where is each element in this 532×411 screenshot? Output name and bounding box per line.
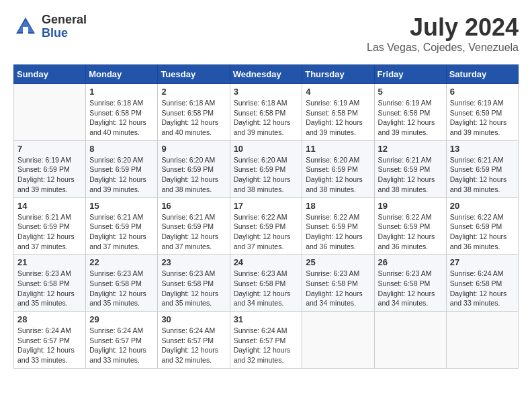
day-number: 14	[17, 201, 82, 211]
day-number: 19	[378, 201, 443, 211]
cell-text: Sunrise: 6:19 AMSunset: 6:59 PMDaylight:…	[17, 155, 82, 195]
calendar-table: SundayMondayTuesdayWednesdayThursdayFrid…	[13, 64, 519, 369]
calendar-cell: 16Sunrise: 6:21 AMSunset: 6:59 PMDayligh…	[158, 197, 230, 255]
page-header: General Blue July 2024 Las Vegas, Cojede…	[13, 13, 519, 54]
cell-text: Sunrise: 6:21 AMSunset: 6:59 PMDaylight:…	[17, 212, 82, 252]
svg-rect-2	[23, 27, 28, 34]
day-number: 21	[17, 257, 82, 267]
day-number: 26	[378, 257, 443, 267]
day-number: 3	[234, 87, 299, 97]
cell-text: Sunrise: 6:23 AMSunset: 6:58 PMDaylight:…	[89, 269, 154, 308]
calendar-cell: 27Sunrise: 6:24 AMSunset: 6:58 PMDayligh…	[446, 255, 518, 312]
day-number: 7	[17, 144, 82, 154]
calendar-week-row: 21Sunrise: 6:23 AMSunset: 6:58 PMDayligh…	[14, 255, 519, 312]
calendar-cell: 31Sunrise: 6:24 AMSunset: 6:57 PMDayligh…	[230, 312, 302, 369]
cell-text: Sunrise: 6:23 AMSunset: 6:58 PMDaylight:…	[378, 269, 443, 308]
cell-text: Sunrise: 6:21 AMSunset: 6:59 PMDaylight:…	[161, 212, 226, 252]
calendar-cell: 21Sunrise: 6:23 AMSunset: 6:58 PMDayligh…	[14, 255, 86, 312]
day-number: 1	[89, 87, 154, 97]
cell-text: Sunrise: 6:24 AMSunset: 6:57 PMDaylight:…	[161, 326, 226, 365]
cell-text: Sunrise: 6:19 AMSunset: 6:59 PMDaylight:…	[450, 98, 515, 138]
calendar-cell: 15Sunrise: 6:21 AMSunset: 6:59 PMDayligh…	[86, 197, 158, 255]
calendar-cell: 30Sunrise: 6:24 AMSunset: 6:57 PMDayligh…	[158, 312, 230, 369]
logo: General Blue	[13, 13, 87, 40]
cell-text: Sunrise: 6:24 AMSunset: 6:58 PMDaylight:…	[450, 269, 515, 308]
calendar-week-row: 1Sunrise: 6:18 AMSunset: 6:58 PMDaylight…	[14, 84, 519, 141]
day-number: 10	[234, 144, 299, 154]
cell-text: Sunrise: 6:20 AMSunset: 6:59 PMDaylight:…	[234, 155, 299, 195]
weekday-header-sunday: Sunday	[14, 65, 86, 84]
calendar-cell: 19Sunrise: 6:22 AMSunset: 6:59 PMDayligh…	[374, 197, 446, 255]
weekday-header-wednesday: Wednesday	[230, 65, 302, 84]
calendar-cell: 1Sunrise: 6:18 AMSunset: 6:58 PMDaylight…	[86, 84, 158, 141]
cell-text: Sunrise: 6:21 AMSunset: 6:59 PMDaylight:…	[378, 155, 443, 195]
cell-text: Sunrise: 6:24 AMSunset: 6:57 PMDaylight:…	[89, 326, 154, 365]
location-subtitle: Las Vegas, Cojedes, Venezuela	[367, 42, 519, 54]
cell-text: Sunrise: 6:18 AMSunset: 6:58 PMDaylight:…	[161, 98, 226, 138]
month-year-title: July 2024	[367, 13, 519, 42]
logo-text: General Blue	[42, 13, 87, 40]
calendar-cell: 9Sunrise: 6:20 AMSunset: 6:59 PMDaylight…	[158, 140, 230, 197]
logo-blue-text: Blue	[42, 27, 87, 40]
day-number: 16	[161, 201, 226, 211]
day-number: 12	[378, 144, 443, 154]
cell-text: Sunrise: 6:19 AMSunset: 6:58 PMDaylight:…	[378, 98, 443, 138]
calendar-cell: 8Sunrise: 6:20 AMSunset: 6:59 PMDaylight…	[86, 140, 158, 197]
calendar-cell: 5Sunrise: 6:19 AMSunset: 6:58 PMDaylight…	[374, 84, 446, 141]
cell-text: Sunrise: 6:21 AMSunset: 6:59 PMDaylight:…	[89, 212, 154, 252]
calendar-cell	[302, 312, 374, 369]
day-number: 28	[17, 314, 82, 324]
cell-text: Sunrise: 6:22 AMSunset: 6:59 PMDaylight:…	[450, 212, 515, 252]
cell-text: Sunrise: 6:20 AMSunset: 6:59 PMDaylight:…	[306, 155, 370, 195]
cell-text: Sunrise: 6:20 AMSunset: 6:59 PMDaylight:…	[89, 155, 154, 195]
calendar-cell: 3Sunrise: 6:18 AMSunset: 6:58 PMDaylight…	[230, 84, 302, 141]
calendar-week-row: 28Sunrise: 6:24 AMSunset: 6:57 PMDayligh…	[14, 312, 519, 369]
calendar-cell: 25Sunrise: 6:23 AMSunset: 6:58 PMDayligh…	[302, 255, 374, 312]
cell-text: Sunrise: 6:24 AMSunset: 6:57 PMDaylight:…	[234, 326, 299, 365]
day-number: 6	[450, 87, 515, 97]
calendar-cell: 29Sunrise: 6:24 AMSunset: 6:57 PMDayligh…	[86, 312, 158, 369]
calendar-week-row: 14Sunrise: 6:21 AMSunset: 6:59 PMDayligh…	[14, 197, 519, 255]
calendar-cell: 2Sunrise: 6:18 AMSunset: 6:58 PMDaylight…	[158, 84, 230, 141]
calendar-cell: 13Sunrise: 6:21 AMSunset: 6:59 PMDayligh…	[446, 140, 518, 197]
day-number: 5	[378, 87, 443, 97]
calendar-cell: 10Sunrise: 6:20 AMSunset: 6:59 PMDayligh…	[230, 140, 302, 197]
cell-text: Sunrise: 6:22 AMSunset: 6:59 PMDaylight:…	[234, 212, 299, 252]
logo-icon	[13, 15, 38, 39]
calendar-cell: 22Sunrise: 6:23 AMSunset: 6:58 PMDayligh…	[86, 255, 158, 312]
day-number: 20	[450, 201, 515, 211]
calendar-body: 1Sunrise: 6:18 AMSunset: 6:58 PMDaylight…	[14, 84, 519, 369]
cell-text: Sunrise: 6:22 AMSunset: 6:59 PMDaylight:…	[378, 212, 443, 252]
calendar-cell: 24Sunrise: 6:23 AMSunset: 6:58 PMDayligh…	[230, 255, 302, 312]
title-area: July 2024 Las Vegas, Cojedes, Venezuela	[367, 13, 519, 54]
day-number: 22	[89, 257, 154, 267]
day-number: 27	[450, 257, 515, 267]
calendar-week-row: 7Sunrise: 6:19 AMSunset: 6:59 PMDaylight…	[14, 140, 519, 197]
day-number: 18	[306, 201, 370, 211]
cell-text: Sunrise: 6:23 AMSunset: 6:58 PMDaylight:…	[234, 269, 299, 308]
calendar-cell: 28Sunrise: 6:24 AMSunset: 6:57 PMDayligh…	[14, 312, 86, 369]
weekday-header-saturday: Saturday	[446, 65, 518, 84]
day-number: 31	[234, 314, 299, 324]
cell-text: Sunrise: 6:23 AMSunset: 6:58 PMDaylight:…	[17, 269, 82, 308]
weekday-header-tuesday: Tuesday	[158, 65, 230, 84]
day-number: 13	[450, 144, 515, 154]
calendar-cell: 23Sunrise: 6:23 AMSunset: 6:58 PMDayligh…	[158, 255, 230, 312]
logo-general-text: General	[42, 13, 87, 27]
day-number: 30	[161, 314, 226, 324]
day-number: 2	[161, 87, 226, 97]
day-number: 29	[89, 314, 154, 324]
day-number: 25	[306, 257, 370, 267]
cell-text: Sunrise: 6:20 AMSunset: 6:59 PMDaylight:…	[161, 155, 226, 195]
calendar-cell	[446, 312, 518, 369]
cell-text: Sunrise: 6:24 AMSunset: 6:57 PMDaylight:…	[17, 326, 82, 365]
cell-text: Sunrise: 6:18 AMSunset: 6:58 PMDaylight:…	[89, 98, 154, 138]
calendar-cell: 6Sunrise: 6:19 AMSunset: 6:59 PMDaylight…	[446, 84, 518, 141]
day-number: 11	[306, 144, 370, 154]
day-number: 24	[234, 257, 299, 267]
calendar-cell	[374, 312, 446, 369]
calendar-cell: 20Sunrise: 6:22 AMSunset: 6:59 PMDayligh…	[446, 197, 518, 255]
weekday-header-row: SundayMondayTuesdayWednesdayThursdayFrid…	[14, 65, 519, 84]
calendar-header: SundayMondayTuesdayWednesdayThursdayFrid…	[14, 65, 519, 84]
calendar-cell: 12Sunrise: 6:21 AMSunset: 6:59 PMDayligh…	[374, 140, 446, 197]
